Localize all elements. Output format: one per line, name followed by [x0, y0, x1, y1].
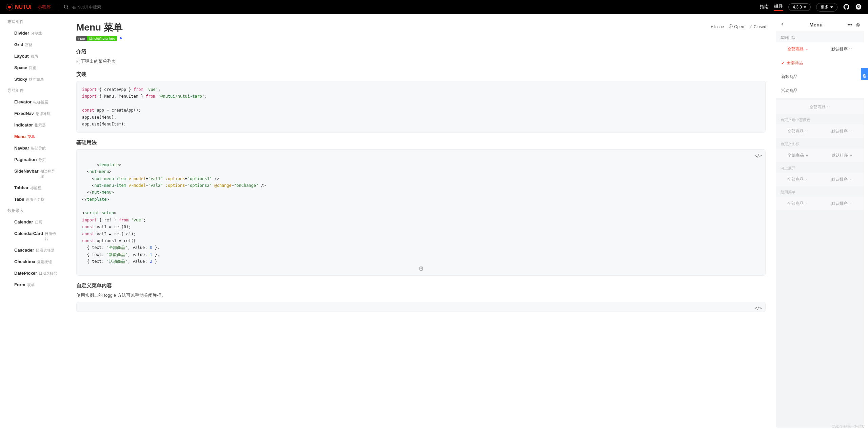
sidebar-item-sticky[interactable]: Sticky粘性布局: [0, 74, 66, 85]
menu-item-sort[interactable]: 默认排序﹀: [820, 124, 864, 138]
code-toggle-icon[interactable]: </>: [754, 152, 762, 159]
app-header: NUTUI 小程序 指南 组件 4.3.3 更多 G: [0, 0, 868, 14]
watermark: CSDN @喝一杯维C: [832, 424, 865, 429]
package-badge[interactable]: @nutui/nutui-taro: [87, 36, 117, 41]
demo-label-color: 自定义选中态颜色: [776, 114, 864, 124]
search-icon: [63, 4, 69, 11]
menu-item-all[interactable]: 全部商品︿: [776, 42, 820, 56]
demo-menu-bar: 全部商品︿ 默认排序﹀: [776, 42, 864, 56]
chevron-down-icon: ﹀: [805, 129, 808, 134]
svg-text:G: G: [857, 5, 860, 8]
option-all[interactable]: ✓全部商品: [776, 56, 864, 70]
chevron-down-icon: ﹀: [849, 129, 852, 134]
npm-badge[interactable]: npm: [76, 36, 87, 41]
sidebar-item-sidenavbar[interactable]: SideNavbar侧边栏导航: [0, 165, 66, 182]
sidebar-item-checkbox[interactable]: Checkbox复选按钮: [0, 256, 66, 268]
chevron-up-icon: ︿: [805, 177, 808, 182]
chevron-up-icon: ︿: [849, 177, 852, 182]
platform-label[interactable]: 小程序: [38, 4, 51, 10]
gitee-icon[interactable]: G: [855, 3, 862, 11]
version-selector[interactable]: 4.3.3: [788, 3, 811, 11]
plus-icon: +: [711, 24, 713, 29]
option-activity[interactable]: 活动商品: [776, 84, 864, 98]
code-toggle-icon[interactable]: </>: [754, 305, 762, 312]
preview-title: Menu: [809, 22, 823, 27]
demo-menu-bar-4: 全部商品 默认排序: [776, 149, 864, 162]
demo-label-disabled: 禁用菜单: [776, 186, 864, 197]
sidebar-item-cascader[interactable]: Cascader级联选择器: [0, 244, 66, 256]
demo-menu-bar-3: 全部商品﹀ 默认排序﹀: [776, 124, 864, 138]
custom-heading: 自定义菜单内容: [76, 282, 766, 289]
menu-item-sort[interactable]: 默认排序﹀: [820, 197, 864, 210]
menu-item-all[interactable]: 全部商品: [776, 149, 820, 162]
sidebar-item-indicator[interactable]: Indicator指示器: [0, 119, 66, 131]
closed-link[interactable]: ✓Closed: [749, 24, 766, 30]
svg-line-1: [67, 8, 68, 9]
menu-item-all[interactable]: 全部商品﹀: [776, 124, 820, 138]
expand-code-button[interactable]: [77, 264, 765, 275]
check-icon: ✓: [781, 61, 785, 65]
sidebar-item-fixednav[interactable]: FixedNav悬浮导航: [0, 108, 66, 119]
sidebar-group-layout: 布局组件: [0, 16, 66, 27]
nav-guide[interactable]: 指南: [760, 4, 769, 11]
issue-link[interactable]: +Issue: [711, 24, 724, 30]
menu-item-all[interactable]: 全部商品﹀: [776, 197, 820, 210]
open-link[interactable]: ⓘOpen: [729, 24, 744, 30]
menu-item-sort[interactable]: 默认排序: [820, 149, 864, 162]
info-icon: ⓘ: [729, 24, 733, 30]
jd-icon[interactable]: ⚑: [119, 36, 123, 41]
menu-item-sort[interactable]: 默认排序﹀: [820, 42, 864, 56]
menu-item-all[interactable]: 全部商品﹀: [776, 100, 864, 114]
custom-text: 使用实例上的 toggle 方法可以手动关闭弹框。: [76, 292, 766, 298]
sidebar-item-calendarcard[interactable]: CalendarCard日历卡片: [0, 228, 66, 244]
sidebar-item-pagination[interactable]: Pagination分页: [0, 154, 66, 165]
code-basic: </><template> <nut-menu> <nut-menu-item …: [76, 149, 766, 275]
nav-components[interactable]: 组件: [774, 3, 783, 11]
target-icon[interactable]: ◎: [856, 22, 860, 27]
github-icon[interactable]: [843, 3, 850, 11]
chevron-up-icon: ︿: [805, 47, 808, 52]
logo-icon: [6, 4, 13, 11]
sidebar-item-tabbar[interactable]: Tabbar标签栏: [0, 182, 66, 194]
intro-text: 向下弹出的菜单列表: [76, 58, 766, 64]
chevron-down-icon: ﹀: [849, 201, 852, 206]
sidebar-item-space[interactable]: Space间距: [0, 62, 66, 74]
page-actions: +Issue ⓘOpen ✓Closed: [711, 24, 766, 30]
intro-heading: 介绍: [76, 48, 766, 55]
sidebar-item-divider[interactable]: Divider分割线: [0, 27, 66, 39]
sidebar-item-calendar[interactable]: Calendar日历: [0, 216, 66, 228]
logo[interactable]: NUTUI: [6, 4, 32, 11]
sidebar-item-grid[interactable]: Grid宫格: [0, 39, 66, 51]
menu-item-sort[interactable]: 默认排序︿: [820, 173, 864, 186]
basic-heading: 基础用法: [76, 139, 766, 146]
demo-label-basic: 基础用法: [776, 32, 864, 42]
more-button[interactable]: 更多: [816, 3, 837, 12]
option-new[interactable]: 新款商品: [776, 70, 864, 84]
chevron-down-icon: ﹀: [827, 105, 830, 110]
triangle-down-icon: [850, 155, 852, 156]
sidebar-group-data: 数据录入: [0, 205, 66, 216]
demo-label-upward: 向上展开: [776, 162, 864, 173]
page-title: Menu 菜单: [76, 21, 766, 34]
chevron-down-icon: ﹀: [849, 47, 852, 52]
code-custom: </>: [76, 302, 766, 312]
menu-item-all[interactable]: 全部商品︿: [776, 173, 820, 186]
sidebar-item-tabs[interactable]: Tabs选项卡切换: [0, 194, 66, 205]
sidebar-group-nav: 导航组件: [0, 85, 66, 96]
demo-menu-bar-2: 全部商品﹀: [776, 100, 864, 114]
sidebar-item-form[interactable]: Form表单: [0, 279, 66, 291]
back-icon[interactable]: [780, 22, 785, 27]
search-input[interactable]: [72, 5, 133, 9]
sidebar-item-navbar[interactable]: Navbar头部导航: [0, 142, 66, 154]
search-box[interactable]: [63, 4, 133, 11]
sidebar-item-layout[interactable]: Layout布局: [0, 51, 66, 62]
chevron-down-icon: [804, 6, 806, 8]
demo-menu-bar-6: 全部商品﹀ 默认排序﹀: [776, 197, 864, 210]
sidebar-item-menu[interactable]: Menu菜单: [0, 131, 66, 142]
feedback-tab[interactable]: 反馈 ▸: [861, 68, 868, 80]
preview-panel: Menu ••• ◎ 基础用法 全部商品︿ 默认排序﹀ ✓全部商品 新款商品 活…: [776, 18, 864, 428]
sidebar-item-datepicker[interactable]: DatePicker日期选择器: [0, 268, 66, 279]
divider: [57, 4, 57, 10]
more-icon[interactable]: •••: [847, 22, 852, 27]
sidebar-item-elevator[interactable]: Elevator电梯楼层: [0, 96, 66, 108]
